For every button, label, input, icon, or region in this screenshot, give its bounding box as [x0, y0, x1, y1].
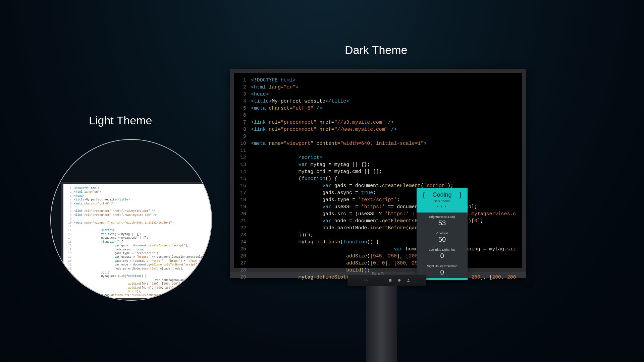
square-icon[interactable] [388, 279, 392, 282]
osd-header: { Coding } Dark Theme • • • [417, 188, 468, 213]
person-icon[interactable] [407, 279, 410, 282]
dark-theme-title: Dark Theme [345, 44, 407, 57]
mini-bezel: 1<!DOCTYPE html>2<html lang="en">3<head>… [61, 182, 212, 301]
osd-panel[interactable]: { Coding } Dark Theme • • • Brightness (… [417, 188, 468, 280]
osd-setting-value: 53 [417, 219, 468, 227]
code-editor-dark: 1<!DOCTYPE html>2<html lang="en">3<head>… [234, 77, 516, 281]
osd-setting-value: 0 [417, 252, 468, 260]
screen-light: 1<!DOCTYPE html>2<html lang="en">3<head>… [63, 184, 212, 298]
osd-mode: Coding [432, 191, 451, 198]
circle-icon[interactable] [397, 279, 401, 282]
brace-left-icon: { [423, 191, 425, 199]
svg-rect-0 [389, 279, 391, 282]
monitor-bezel: 1<!DOCTYPE html>2<html lang="en">3<head>… [230, 69, 526, 278]
light-monitor: 1<!DOCTYPE html>2<html lang="en">3<head>… [61, 182, 212, 301]
dark-monitor: 1<!DOCTYPE html>2<html lang="en">3<head>… [230, 69, 526, 293]
brace-right-icon: } [459, 191, 462, 199]
code-editor-light: 1<!DOCTYPE html>2<html lang="en">3<head>… [65, 187, 212, 298]
monitor-neck [366, 286, 397, 362]
screen-dark: 1<!DOCTYPE html>2<html lang="en">3<head>… [234, 73, 522, 268]
mini-brand-logo: BenQ [61, 300, 212, 301]
svg-point-1 [398, 279, 400, 282]
osd-setting-row[interactable]: Contrast50 [417, 229, 468, 245]
code-icon[interactable] [364, 279, 368, 282]
osd-dots-icon: • • • [417, 205, 468, 208]
osd-setting-label: Brightness (B.I.On) [417, 215, 468, 219]
monitor-control-bar[interactable] [347, 275, 426, 286]
osd-setting-row[interactable]: Brightness (B.I.On)53 [417, 213, 468, 229]
osd-setting-label: Low Blue Light Plus [417, 248, 468, 251]
osd-setting-label: Night Hours Protection [417, 264, 468, 268]
osd-setting-row[interactable]: Low Blue Light Plus0 [417, 245, 468, 262]
light-theme-circle: 1<!DOCTYPE html>2<html lang="en">3<head>… [50, 139, 212, 301]
osd-subtitle: Dark Theme [417, 199, 468, 203]
light-theme-title: Light Theme [89, 114, 152, 127]
svg-point-2 [408, 279, 409, 281]
osd-setting-value: 50 [417, 236, 468, 243]
osd-setting-label: Contrast [417, 232, 468, 235]
